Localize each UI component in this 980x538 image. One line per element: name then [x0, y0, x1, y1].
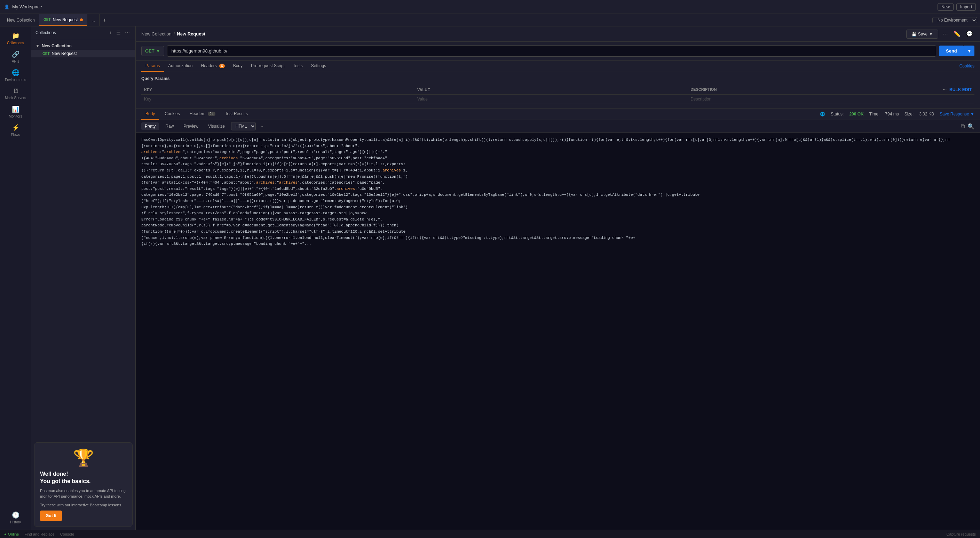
response-tab-body[interactable]: Body: [141, 108, 159, 120]
copy-response-button[interactable]: ⧉: [961, 123, 965, 130]
format-pretty-button[interactable]: Pretty: [141, 122, 159, 130]
params-empty-row: [141, 95, 974, 104]
edit-button[interactable]: ✏️: [952, 29, 962, 39]
file-panel: Collections + ☰ ⋯ ▼ New Collection GET N…: [31, 27, 136, 530]
format-raw-button[interactable]: Raw: [162, 122, 177, 130]
language-select[interactable]: HTML JSON Text: [231, 122, 256, 130]
capture-requests-link[interactable]: Capture requests: [947, 532, 976, 536]
monitors-icon: 📊: [12, 105, 19, 113]
response-tab-test-results[interactable]: Test Results: [221, 108, 252, 120]
online-status: ● Online: [4, 532, 19, 536]
collections-icon: 📁: [12, 32, 19, 40]
request-actions: 💾 Save ▼ ⋯ ✏️ 💬: [906, 29, 974, 39]
tab-params-label: Params: [145, 63, 160, 68]
format-preview-button[interactable]: Preview: [180, 122, 202, 130]
url-bar: GET ▼ Send ▼: [136, 42, 980, 60]
save-response-button[interactable]: Save Response ▼: [940, 112, 974, 116]
save-button[interactable]: 💾 Save ▼: [906, 30, 938, 39]
sidebar-item-label: APIs: [12, 59, 19, 63]
response-tab-cookies[interactable]: Cookies: [161, 108, 184, 120]
cookies-link[interactable]: Cookies: [959, 63, 974, 68]
url-input[interactable]: [167, 45, 936, 57]
column-more-button[interactable]: ⋯: [943, 87, 947, 92]
response-tab-headers[interactable]: Headers 24: [186, 108, 220, 120]
add-collection-button[interactable]: +: [108, 29, 113, 36]
more-collections-button[interactable]: ⋯: [124, 29, 131, 36]
tab-pre-request-script[interactable]: Pre-request Script: [247, 60, 289, 71]
tab-extra-label: ...: [92, 18, 95, 22]
file-panel-header: Collections + ☰ ⋯: [31, 27, 135, 39]
response-time-label: Time:: [869, 112, 880, 116]
headers-count-badge: 6: [219, 63, 225, 68]
breadcrumb-current: New Request: [177, 31, 205, 37]
file-panel-title: Collections: [35, 30, 56, 35]
tab-body[interactable]: Body: [229, 60, 247, 71]
tab-settings[interactable]: Settings: [307, 60, 330, 71]
save-label: Save: [918, 32, 928, 37]
format-visualize-button[interactable]: Visualize: [205, 122, 228, 130]
tab-authorization[interactable]: Authorization: [164, 60, 197, 71]
tab-new-collection[interactable]: New Collection: [3, 14, 39, 26]
method-badge: GET: [43, 52, 50, 56]
import-button[interactable]: Import: [956, 3, 976, 11]
sidebar-item-history[interactable]: 🕐 History: [0, 508, 31, 527]
format-actions: ⧉ 🔍: [961, 123, 974, 130]
sidebar-item-flows[interactable]: ⚡ Flows: [0, 121, 31, 140]
request-item[interactable]: GET New Request: [31, 50, 135, 57]
bulk-edit-button[interactable]: Bulk Edit: [950, 87, 972, 92]
promo-icon: 🏆: [40, 448, 127, 468]
method-select[interactable]: GET ▼: [141, 46, 164, 56]
response-headers-badge: 24: [208, 112, 215, 116]
tab-params[interactable]: Params: [141, 60, 164, 71]
environments-icon: 🌐: [12, 69, 19, 76]
workspace-icon: 👤: [4, 5, 10, 10]
sidebar-item-label: Mock Servers: [5, 96, 26, 100]
tab-more[interactable]: ...: [88, 14, 100, 26]
tab-label: New Request: [53, 17, 78, 22]
add-tab-button[interactable]: +: [100, 17, 110, 23]
key-input[interactable]: [144, 97, 412, 102]
method-label: GET: [145, 48, 154, 54]
sidebar-item-apis[interactable]: 🔗 APIs: [0, 48, 31, 66]
tab-method-badge: GET: [43, 18, 51, 22]
sidebar-item-monitors[interactable]: 📊 Monitors: [0, 103, 31, 121]
flows-icon: ⚡: [12, 124, 19, 132]
tab-bar: New Collection GET New Request ... + No …: [0, 14, 980, 27]
globe-icon: 🌐: [820, 112, 825, 116]
collection-toggle[interactable]: ▼ New Collection: [31, 42, 135, 50]
description-input[interactable]: [690, 97, 972, 102]
find-replace-link[interactable]: Find and Replace: [24, 532, 54, 536]
chevron-down-icon: ▼: [35, 43, 40, 48]
sidebar-item-label: Collections: [7, 41, 24, 45]
tab-tests[interactable]: Tests: [289, 60, 307, 71]
response-code-content[interactable]: hasOwn:lOpeity.call(o,n)&do[n]=p.push(o[…: [136, 133, 980, 530]
comment-button[interactable]: 💬: [965, 29, 974, 39]
online-dot: ●: [4, 532, 6, 536]
send-button[interactable]: Send: [939, 46, 964, 56]
new-button[interactable]: New: [937, 3, 953, 11]
sidebar-item-environments[interactable]: 🌐 Environments: [0, 66, 31, 84]
method-chevron-icon: ▼: [156, 48, 161, 54]
response-status-value: 200 OK: [849, 112, 864, 116]
sidebar-item-label: Environments: [5, 78, 26, 82]
sidebar-item-collections[interactable]: 📁 Collections: [0, 29, 31, 48]
tab-new-request[interactable]: GET New Request: [39, 14, 88, 26]
tab-settings-label: Settings: [311, 63, 326, 68]
promo-panel: 🏆 Well done!You got the basics. Postman …: [34, 442, 133, 527]
sidebar-item-mock-servers[interactable]: 🖥 Mock Servers: [0, 84, 31, 103]
wrap-lines-icon[interactable]: ↔: [260, 124, 264, 129]
search-response-button[interactable]: 🔍: [967, 123, 974, 130]
mock-servers-icon: 🖥: [13, 87, 19, 95]
more-options-button[interactable]: ⋯: [941, 29, 950, 39]
promo-subtext: Try these with our interactive Bootcamp …: [40, 502, 127, 508]
tab-headers[interactable]: Headers 6: [197, 60, 229, 71]
request-name: New Request: [52, 51, 77, 56]
console-link[interactable]: Console: [60, 532, 74, 536]
promo-description: Postman also enables you to automate API…: [40, 488, 127, 499]
value-input[interactable]: [417, 97, 685, 102]
got-it-button[interactable]: Got It: [40, 511, 62, 521]
filter-collections-button[interactable]: ☰: [115, 29, 122, 36]
environment-select[interactable]: No Environment: [932, 17, 977, 23]
send-dropdown-button[interactable]: ▼: [964, 46, 974, 56]
sidebar-item-label: History: [10, 520, 21, 524]
